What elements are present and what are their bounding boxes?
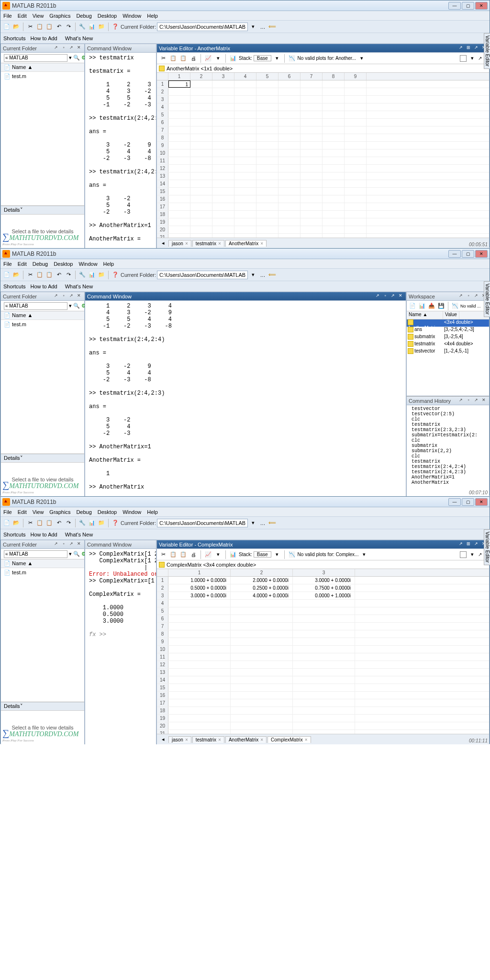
curfolder-input[interactable] (157, 271, 248, 279)
ved-tab-anothermatrix[interactable]: AnotherMatrix× (225, 736, 267, 743)
ved-cut-icon[interactable]: ✂ (159, 550, 167, 559)
undo-icon[interactable]: ↶ (55, 519, 63, 527)
workspace-list[interactable]: AnotherMatrix<3x4 double>ans[3,-2;5,4;-2… (407, 319, 489, 396)
ved-noplot-icon[interactable]: 📉 (288, 54, 296, 63)
ws-new-icon[interactable]: 📄 (408, 302, 417, 310)
howtoadd-button[interactable]: How to Add (27, 283, 60, 290)
curfolder-input[interactable] (157, 519, 248, 527)
ved-menu-icon[interactable]: ↗ (473, 45, 479, 52)
variable-editor-sidetab[interactable]: Variable Editor (484, 281, 490, 317)
menu-desktop[interactable]: Desktop (98, 509, 117, 515)
undo-icon[interactable]: ↶ (55, 23, 63, 31)
menu-view[interactable]: View (33, 13, 44, 19)
stack-select[interactable]: Base (254, 551, 271, 558)
ved-tile-icon[interactable]: ⊞ (465, 45, 472, 52)
file-item[interactable]: 📄 test.m (3, 569, 82, 576)
panel-close-icon[interactable]: ↗ (68, 45, 75, 52)
menu-help[interactable]: Help (147, 13, 158, 19)
dropdown-icon[interactable]: ▾ (249, 23, 257, 31)
help-icon[interactable]: ❓ (111, 271, 120, 279)
menu-edit[interactable]: Edit (18, 509, 27, 515)
ved-dropdown-icon[interactable]: ▾ (468, 54, 477, 63)
panel-menu-icon[interactable]: ▫ (60, 45, 67, 52)
data-grid[interactable]: 123 11.0000 + 0.0000i2.0000 + 0.0000i3.0… (157, 569, 489, 734)
paste-icon[interactable]: 📋 (45, 519, 54, 527)
menu-window[interactable]: Window (122, 509, 141, 515)
ved-tab-anothermatrix[interactable]: AnotherMatrix× (225, 240, 267, 247)
menu-debug[interactable]: Debug (33, 261, 48, 267)
ved-brush-icon[interactable]: ▾ (214, 54, 223, 63)
ved-tab-testmatrix[interactable]: testmatrix× (192, 240, 224, 247)
menu-view[interactable]: View (33, 509, 44, 515)
ved-print-icon[interactable]: 🖨 (189, 54, 198, 63)
menu-file[interactable]: File (3, 261, 12, 267)
new-icon[interactable]: 📄 (2, 519, 11, 527)
guide-icon[interactable]: 📊 (88, 271, 96, 279)
maximize-button[interactable]: ▢ (462, 498, 474, 506)
tile-button[interactable] (460, 55, 467, 62)
variable-editor-sidetab[interactable]: Variable Editor (484, 529, 490, 565)
ved-plot-icon[interactable]: 📈 (204, 54, 212, 63)
profiler-icon[interactable]: 📁 (97, 519, 106, 527)
file-item[interactable]: 📄 test.m (3, 321, 82, 328)
tab-scroll-icon[interactable]: ◂ (159, 239, 167, 248)
stack-select[interactable]: Base (254, 55, 271, 61)
copy-icon[interactable]: 📋 (35, 271, 44, 279)
variable-editor-sidetab[interactable]: Variable Editor (484, 33, 490, 69)
ved-tab-jason[interactable]: jason× (168, 736, 191, 743)
ved-tab-complexmatrix[interactable]: ComplexMatrix× (267, 736, 311, 743)
help-icon[interactable]: ❓ (111, 23, 120, 31)
minimize-button[interactable]: — (448, 498, 461, 506)
menu-graphics[interactable]: Graphics (49, 13, 70, 19)
cut-icon[interactable]: ✂ (26, 23, 34, 31)
ws-open-icon[interactable]: 📊 (418, 302, 426, 310)
menu-debug[interactable]: Debug (76, 13, 91, 19)
name-column-header[interactable]: 📄 Name ▲ (1, 63, 84, 72)
ved-noplot-icon[interactable]: 📉 (288, 550, 296, 559)
minimize-button[interactable]: — (448, 2, 461, 10)
command-history-list[interactable]: testvectortestvector(2:5)clctestmatrixte… (407, 405, 489, 496)
ved-insert-icon[interactable]: 📊 (229, 54, 237, 63)
open-icon[interactable]: 📂 (12, 23, 21, 31)
cut-icon[interactable]: ✂ (26, 271, 34, 279)
undock-icon[interactable]: ↗ (53, 45, 59, 52)
folder-dropdown-icon[interactable]: ▾ (69, 54, 72, 62)
cut-icon[interactable]: ✂ (26, 519, 34, 527)
command-window-content[interactable]: 1 2 3 4 4 3 -2 9 5 5 4 4 -1 -2 -3 -8 >> … (85, 301, 406, 496)
close-button[interactable]: ✕ (475, 250, 488, 258)
data-grid[interactable]: 12 34 56 78 9 11234567891011121314151617… (157, 73, 489, 238)
menu-window[interactable]: Window (78, 261, 97, 267)
command-window-content[interactable]: >> ComplexMatrix[1 2 3 -1; ComplexMatrix… (85, 549, 156, 744)
menu-debug[interactable]: Debug (76, 509, 91, 515)
guide-icon[interactable]: 📊 (88, 519, 96, 527)
ved-print-icon[interactable]: 🖨 (189, 550, 198, 559)
panel-x-icon[interactable]: ✕ (76, 45, 82, 52)
redo-icon[interactable]: ↷ (64, 271, 73, 279)
back-icon[interactable]: ⟸ (268, 23, 277, 31)
redo-icon[interactable]: ↷ (64, 23, 73, 31)
help-icon[interactable]: ❓ (111, 519, 120, 527)
ved-copy-icon[interactable]: 📋 (169, 550, 178, 559)
redo-icon[interactable]: ↷ (64, 519, 73, 527)
menu-edit[interactable]: Edit (18, 13, 27, 19)
folder-path-input[interactable] (4, 54, 67, 62)
simulink-icon[interactable]: 🔧 (78, 271, 87, 279)
details-collapse-icon[interactable]: ˅ (20, 207, 23, 213)
menu-help[interactable]: Help (147, 509, 158, 515)
new-icon[interactable]: 📄 (2, 23, 11, 31)
ws-plot-icon[interactable]: 📉 (451, 302, 459, 310)
paste-icon[interactable]: 📋 (45, 23, 54, 31)
whatsnew-button[interactable]: What's New (62, 35, 96, 42)
ved-paste-icon[interactable]: 📋 (179, 54, 188, 63)
copy-icon[interactable]: 📋 (35, 23, 44, 31)
menu-edit[interactable]: Edit (18, 261, 27, 267)
ved-plot-icon[interactable]: 📈 (204, 550, 212, 559)
simulink-icon[interactable]: 🔧 (78, 519, 87, 527)
whatsnew-button[interactable]: What's New (62, 283, 96, 290)
undo-icon[interactable]: ↶ (55, 271, 63, 279)
menu-window[interactable]: Window (122, 13, 141, 19)
ved-tab-jason[interactable]: jason× (168, 240, 191, 247)
ws-import-icon[interactable]: 📥 (427, 302, 436, 310)
profiler-icon[interactable]: 📁 (97, 271, 106, 279)
new-icon[interactable]: 📄 (2, 271, 11, 279)
